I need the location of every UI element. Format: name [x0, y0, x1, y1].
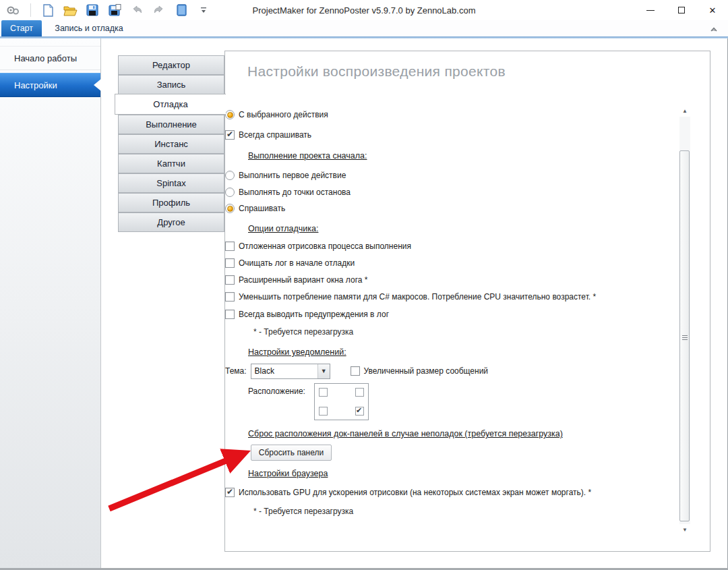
- checkbox-position-bottom-left[interactable]: [319, 407, 328, 416]
- checkbox-label: Использовать GPU для ускорения отрисовки…: [239, 488, 591, 497]
- title-bar: ProjectMaker for ZennoPoster v5.9.7.0 by…: [0, 0, 728, 20]
- radio-label: Выполнить первое действие: [239, 171, 346, 180]
- tab-record-debug[interactable]: Запись и отладка: [42, 20, 136, 36]
- section-debugger-options-title: Опции отладчика:: [248, 223, 318, 235]
- checkbox-row-always-log-warnings[interactable]: Всегда выводить предупреждения в лог: [225, 308, 389, 320]
- radio-row-from-selected-action[interactable]: С выбранного действия: [225, 109, 328, 121]
- radio-label: Спрашивать: [239, 204, 285, 213]
- save-as-icon[interactable]: [107, 2, 123, 18]
- tab-start[interactable]: Старт: [1, 20, 42, 36]
- checkbox-extended-log-window[interactable]: [225, 275, 235, 285]
- checkbox-deferred-rendering[interactable]: [225, 241, 235, 251]
- settings-tab-record[interactable]: Запись: [118, 75, 224, 94]
- settings-tab-other[interactable]: Другое: [118, 212, 224, 232]
- settings-tab-instance[interactable]: Инстанс: [118, 134, 224, 154]
- position-label-row: Расположение:: [248, 385, 305, 397]
- checkbox-row-use-gpu[interactable]: Использовать GPU для ускорения отрисовки…: [225, 486, 591, 498]
- checkbox-row-always-ask[interactable]: Всегда спрашивать: [225, 129, 311, 141]
- checkbox-label: Увеличенный размер сообщений: [364, 366, 488, 376]
- radio-row-run-to-breakpoint[interactable]: Выполнять до точки останова: [225, 186, 351, 198]
- section-browser-title: Настройки браузера: [248, 467, 328, 480]
- projectmaker-window: { "window": { "title": "ProjectMaker for…: [0, 0, 728, 570]
- minimize-icon: [646, 10, 655, 11]
- maximize-button[interactable]: [666, 0, 697, 20]
- checkbox-bigger-messages[interactable]: [351, 366, 360, 376]
- quick-access-toolbar: [0, 2, 212, 18]
- collapse-ribbon-icon[interactable]: [709, 24, 720, 34]
- checkbox-label: Всегда спрашивать: [239, 130, 311, 140]
- checkbox-always-log-warnings[interactable]: [225, 310, 235, 319]
- theme-dropdown[interactable]: Black ▼: [251, 364, 330, 379]
- selected-item-notch: [94, 79, 101, 91]
- radio-row-ask[interactable]: Спрашивать: [225, 202, 285, 215]
- section-notifications-title: Настройки уведомлений:: [248, 346, 346, 358]
- position-label: Расположение:: [248, 387, 305, 396]
- scrollbar-thumb[interactable]: [679, 150, 690, 521]
- restart-required-note: * - Требуется перезагрузка: [253, 327, 353, 337]
- scroll-down-icon[interactable]: ▼: [679, 524, 690, 536]
- checkbox-label: Уменьшить потребление памяти для C# макр…: [239, 292, 596, 302]
- app-logo-icon: [5, 2, 22, 18]
- redo-icon[interactable]: [151, 2, 167, 18]
- radio-ask[interactable]: [225, 204, 235, 213]
- toolbar-overflow-icon[interactable]: [195, 2, 212, 18]
- checkbox-reduce-memory[interactable]: [225, 292, 235, 302]
- reset-panels-button[interactable]: Сбросить панели: [251, 445, 332, 461]
- window-controls: ✕: [635, 0, 728, 20]
- radio-run-to-breakpoint[interactable]: [225, 188, 235, 197]
- new-project-icon[interactable]: [40, 2, 56, 18]
- checkbox-position-top-left[interactable]: [319, 388, 328, 397]
- radio-label: Выполнять до точки останова: [239, 188, 351, 197]
- notification-position-box: [314, 383, 369, 420]
- panel-title: Настройки воспроизведения проектов: [247, 63, 506, 80]
- browser-panel-icon[interactable]: [173, 2, 189, 18]
- checkbox-label: Расширенный вариант окна лога *: [239, 275, 367, 285]
- settings-tab-debug[interactable]: Отладка: [115, 94, 226, 115]
- radio-label: С выбранного действия: [239, 110, 328, 119]
- checkbox-use-gpu[interactable]: [225, 488, 235, 497]
- sidebar-item-label: Настройки: [14, 80, 57, 90]
- checkbox-row-reduce-memory[interactable]: Уменьшить потребление памяти для C# макр…: [225, 291, 596, 303]
- sidebar-item-label: Начало работы: [14, 53, 77, 63]
- checkbox-row-clear-log[interactable]: Очищать лог в начале отладки: [225, 257, 355, 269]
- section-dock-reset-title: Сброс расположения док-панелей в случае …: [248, 428, 563, 440]
- settings-tab-spintax[interactable]: Spintax: [118, 173, 224, 193]
- open-project-icon[interactable]: [62, 2, 78, 18]
- close-button[interactable]: ✕: [697, 0, 728, 20]
- checkbox-label: Очищать лог в начале отладки: [239, 258, 355, 268]
- save-icon[interactable]: [84, 2, 100, 18]
- checkbox-label: Всегда выводить предупреждения в лог: [239, 310, 389, 319]
- scrollbar-grip: [682, 335, 688, 340]
- radio-run-first-action[interactable]: [225, 171, 235, 180]
- theme-dropdown-value: Black: [251, 366, 317, 376]
- theme-row: Тема: Black ▼ Увеличенный размер сообщен…: [225, 363, 488, 379]
- theme-label: Тема:: [225, 366, 247, 376]
- scroll-up-icon[interactable]: ▲: [679, 105, 690, 117]
- toolbar-separator: [30, 3, 31, 17]
- settings-tab-profile[interactable]: Профиль: [118, 193, 224, 212]
- settings-tab-editor[interactable]: Редактор: [118, 55, 224, 75]
- checkbox-row-deferred-rendering[interactable]: Отложенная отрисовка процесса выполнения: [225, 240, 411, 252]
- restart-required-note-2: * - Требуется перезагрузка: [253, 507, 353, 516]
- checkbox-row-extended-log-window[interactable]: Расширенный вариант окна лога *: [225, 274, 367, 286]
- checkbox-position-bottom-right[interactable]: [355, 407, 364, 416]
- sidebar-item-settings[interactable]: Настройки: [0, 73, 100, 97]
- checkbox-label: Отложенная отрисовка процесса выполнения: [239, 241, 411, 251]
- section-run-first-title: Выполнение проекта сначала:: [248, 150, 367, 162]
- checkbox-position-top-right[interactable]: [355, 388, 364, 397]
- checkbox-clear-log[interactable]: [225, 258, 235, 268]
- radio-from-selected-action[interactable]: [225, 110, 235, 119]
- undo-icon[interactable]: [129, 2, 145, 18]
- ribbon-tabstrip: Старт Запись и отладка: [0, 20, 728, 36]
- settings-tab-captcha[interactable]: Каптчи: [118, 154, 224, 173]
- sidebar-item-getting-started[interactable]: Начало работы: [0, 46, 100, 70]
- sidebar: Начало работы Настройки: [0, 38, 101, 569]
- close-icon: ✕: [709, 5, 717, 16]
- radio-row-run-first-action[interactable]: Выполнить первое действие: [225, 169, 346, 181]
- debug-settings-panel: Настройки воспроизведения проектов С выб…: [224, 51, 710, 552]
- settings-tab-execution[interactable]: Выполнение: [118, 115, 224, 134]
- checkbox-always-ask[interactable]: [225, 130, 235, 140]
- minimize-button[interactable]: [635, 0, 666, 20]
- dropdown-arrow-icon[interactable]: ▼: [317, 364, 330, 378]
- panel-scrollbar[interactable]: ▲ ▼: [679, 105, 690, 536]
